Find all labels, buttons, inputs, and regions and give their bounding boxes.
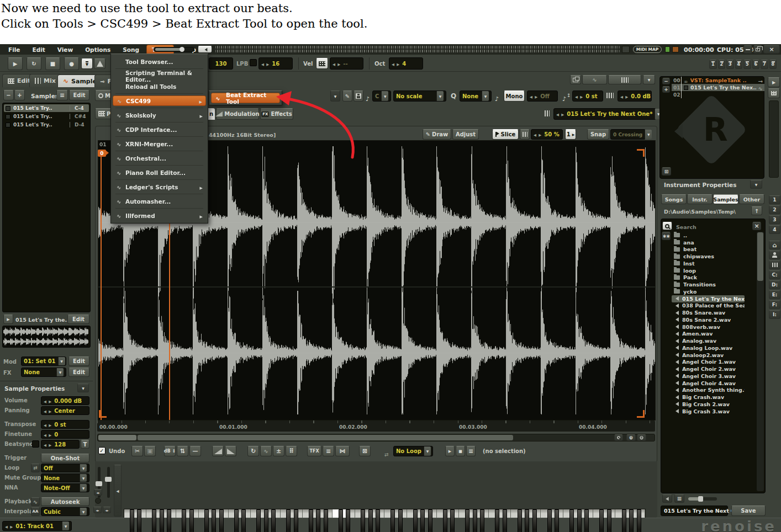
user-dir-button[interactable] [769,251,780,259]
spinner-icon[interactable] [44,408,52,414]
octave-down-button[interactable] [93,507,102,513]
black-key[interactable] [518,509,522,532]
black-key[interactable] [368,509,373,532]
sample-mute-checkbox[interactable] [6,114,10,119]
menubar-item-song[interactable]: Song [118,45,144,54]
smooth-button[interactable] [260,446,272,456]
gui-scale-slider[interactable] [154,47,194,52]
prehear-button[interactable] [662,494,672,503]
black-key[interactable] [130,509,134,532]
instrument-checkbox[interactable] [684,86,688,90]
sample-mute-checkbox[interactable] [6,123,10,127]
loop-edit-button[interactable] [31,464,40,472]
cut-button[interactable] [131,446,143,456]
black-key[interactable] [495,509,499,532]
black-key[interactable] [599,509,604,532]
black-key[interactable] [137,509,141,532]
stop-sample-button[interactable]: ■ [456,446,465,456]
black-key[interactable] [525,509,529,532]
scale-dropdown[interactable]: No scale [393,91,446,102]
maximize-button[interactable] [753,45,762,54]
black-key[interactable] [271,509,276,532]
black-key[interactable] [398,509,403,532]
loop-dropdown[interactable]: Off [41,464,89,472]
slice-threshold-field[interactable]: 50 % [531,129,563,140]
autoseek-button[interactable]: Autoseek [41,497,89,506]
search-input[interactable]: Search [676,224,696,230]
sample-preview-edit-button[interactable]: Edit [67,315,89,324]
spinner-icon[interactable] [392,61,400,67]
record-button[interactable] [64,57,79,70]
drive-button-e[interactable]: E: [769,290,780,299]
undo-checkbox[interactable] [98,447,105,454]
menu-item-ledger-s-scripts[interactable]: Ledger's Scripts [113,182,206,192]
dropdown-arrow-icon[interactable] [436,91,444,101]
black-key[interactable] [532,509,537,532]
menubar-item-edit[interactable]: Edit [28,45,50,54]
scrollbar-thumb[interactable] [138,435,513,440]
mute-group-dropdown[interactable]: None [41,474,89,482]
drive-button-f[interactable]: F: [769,300,780,309]
octave-field[interactable]: 4 [389,57,423,70]
metronome-button[interactable] [94,58,105,69]
sample-mini-waveform[interactable] [2,326,91,348]
meter-options-button[interactable] [622,46,630,53]
black-key[interactable] [629,509,634,532]
dropdown-arrow-icon[interactable] [80,464,87,472]
drive-button-i[interactable]: I: [769,310,780,319]
quantize-dropdown[interactable]: None [460,91,492,102]
invert-phase-button[interactable] [273,446,284,456]
dropdown-arrow-icon[interactable] [482,91,489,101]
track-fx-button[interactable]: TFX [307,446,321,456]
spinner-icon[interactable] [44,441,52,448]
pattern-follow-button[interactable] [81,58,93,69]
sample-mute-checkbox[interactable] [6,106,10,111]
spinner-icon[interactable] [261,61,270,67]
scopes-button[interactable] [582,75,607,84]
pattern-slot-7[interactable]: 7 [761,60,768,69]
zoom-out-button[interactable]: ⊖ [637,434,646,441]
dropdown-arrow-icon[interactable] [80,484,87,492]
play-sample-button[interactable]: ▶ [445,446,455,456]
black-key[interactable] [316,509,320,532]
folder-row[interactable]: beat [672,246,745,253]
file-row[interactable]: Angel Choir 3.wav [672,373,745,380]
view-options-dropdown[interactable] [643,75,655,84]
audio-device-button[interactable] [198,46,212,53]
process-menu-button[interactable] [323,446,334,456]
midi-map-button[interactable]: MIDI MAP [633,46,662,53]
preset-button-2[interactable]: 2 [769,205,780,214]
black-key[interactable] [420,509,425,532]
folder-row[interactable]: .. [672,232,745,239]
mono-button[interactable]: Mono [504,91,525,102]
stop-button[interactable] [45,57,60,70]
close-button[interactable] [763,45,780,54]
file-row[interactable]: Big Crash 3.wav [672,408,745,415]
reverse-button[interactable] [247,446,259,456]
folder-row[interactable]: Inst [672,260,745,267]
convert-button[interactable] [335,446,350,456]
glide-field[interactable]: Off [527,91,558,102]
browser-tab-samples[interactable]: Samples [713,194,738,204]
black-key[interactable] [294,509,298,532]
browser-scrollbar[interactable] [757,232,764,491]
lpb-field[interactable]: 16 [258,57,293,70]
drive-button-d[interactable]: D: [769,280,780,289]
black-key[interactable] [473,509,477,532]
file-row[interactable]: 80s Snare 2.wav [672,316,745,323]
black-key[interactable] [212,509,216,532]
mod-edit-button[interactable]: Edit [68,357,89,366]
adjust-button[interactable]: Adjust [452,129,479,140]
black-key[interactable] [390,509,395,532]
black-key[interactable] [182,509,186,532]
file-row[interactable]: 80s Snare.wav [672,309,745,316]
interpolate-button[interactable] [286,446,297,456]
fade-out-button[interactable] [225,446,236,456]
sample-list-options-button[interactable] [56,90,68,100]
black-key[interactable] [622,509,626,532]
file-row[interactable]: 808verb.wav [672,323,745,331]
black-key[interactable] [428,509,432,532]
octave-up-button[interactable] [103,507,111,513]
vel-field[interactable]: -- [330,57,363,70]
slider-knob[interactable] [96,481,102,486]
